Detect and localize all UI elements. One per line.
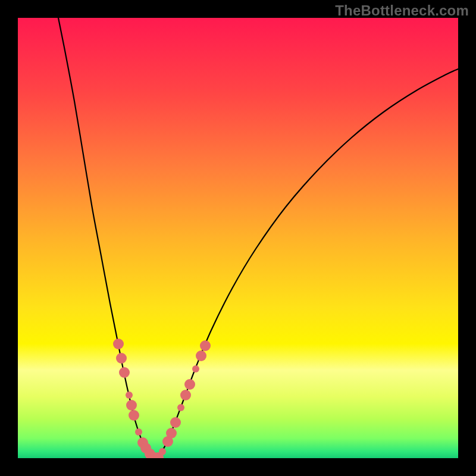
data-marker (129, 410, 139, 421)
data-marker (159, 448, 166, 455)
data-marker (116, 353, 127, 364)
data-marker (200, 340, 211, 351)
curve-layer (18, 18, 458, 458)
right-curve (156, 69, 458, 458)
data-marker (180, 390, 191, 400)
data-marker (170, 417, 181, 428)
marker-group (113, 339, 211, 458)
plot-area (18, 18, 458, 458)
left-curve (58, 18, 156, 458)
data-marker (113, 339, 124, 349)
chart-frame: TheBottleneck.com (0, 0, 476, 476)
data-marker (126, 392, 133, 399)
watermark-text: TheBottleneck.com (335, 2, 469, 19)
data-marker (192, 365, 199, 372)
data-marker (184, 379, 195, 390)
data-marker (177, 404, 184, 411)
data-marker (135, 428, 142, 436)
data-marker (196, 350, 206, 361)
data-marker (126, 400, 137, 411)
data-marker (166, 428, 177, 439)
data-marker (119, 367, 130, 378)
